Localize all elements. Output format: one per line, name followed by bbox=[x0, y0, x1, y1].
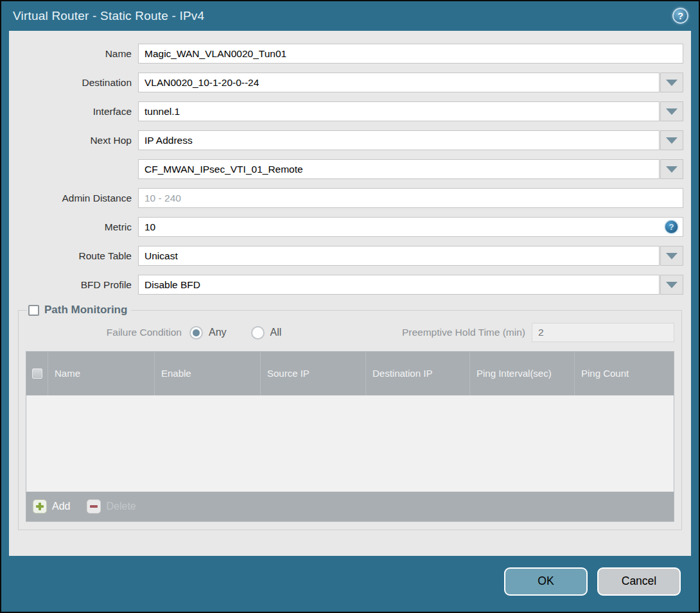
chevron-down-icon bbox=[666, 108, 678, 115]
route-table-dropdown-button[interactable] bbox=[660, 246, 683, 266]
column-header-name[interactable]: Name bbox=[48, 352, 155, 395]
table-body-empty bbox=[26, 395, 674, 492]
column-header-destination-ip[interactable]: Destination IP bbox=[366, 352, 470, 395]
path-monitoring-title: Path Monitoring bbox=[44, 304, 127, 316]
admin-distance-row: Admin Distance bbox=[9, 188, 683, 208]
delete-button-label: Delete bbox=[106, 501, 136, 512]
add-button[interactable]: Add bbox=[33, 499, 70, 514]
dialog-titlebar: Virtual Router - Static Route - IPv4 ? bbox=[1, 1, 699, 31]
bfd-profile-label: BFD Profile bbox=[9, 279, 138, 291]
failure-condition-any-radio[interactable]: Any bbox=[189, 326, 227, 340]
next-hop-address-input[interactable] bbox=[138, 159, 660, 179]
radio-all-label: All bbox=[270, 327, 282, 338]
route-table-input[interactable] bbox=[138, 246, 660, 266]
path-monitoring-group: Path Monitoring Failure Condition Any Al… bbox=[18, 304, 682, 530]
next-hop-row: Next Hop bbox=[9, 130, 683, 150]
table-header-row: Name Enable Source IP Destination IP Pin… bbox=[26, 352, 674, 395]
route-table-label: Route Table bbox=[9, 250, 138, 262]
failure-condition-all-radio[interactable]: All bbox=[251, 326, 282, 340]
dialog-content: Name Destination Interface Next Hop bbox=[9, 31, 691, 556]
failure-condition-label: Failure Condition bbox=[26, 327, 189, 338]
add-button-label: Add bbox=[52, 501, 70, 512]
admin-distance-label: Admin Distance bbox=[9, 193, 138, 204]
column-header-enable[interactable]: Enable bbox=[155, 352, 261, 395]
name-row: Name bbox=[9, 44, 683, 64]
select-all-checkbox[interactable] bbox=[32, 368, 42, 379]
radio-icon bbox=[189, 326, 203, 340]
chevron-down-icon bbox=[666, 137, 678, 144]
preemptive-hold-time-label: Preemptive Hold Time (min) bbox=[402, 327, 532, 338]
bfd-profile-row: BFD Profile bbox=[9, 275, 683, 295]
plus-icon bbox=[33, 499, 47, 514]
next-hop-type-input[interactable] bbox=[138, 130, 660, 150]
failure-condition-row: Failure Condition Any All Preemptive Hol… bbox=[26, 323, 674, 342]
column-header-source-ip[interactable]: Source IP bbox=[261, 352, 366, 395]
select-all-cell bbox=[26, 352, 48, 395]
metric-input[interactable] bbox=[138, 217, 683, 237]
interface-row: Interface bbox=[9, 101, 683, 121]
radio-any-label: Any bbox=[209, 327, 227, 338]
next-hop-dropdown-button[interactable] bbox=[660, 130, 683, 150]
ok-button[interactable]: OK bbox=[504, 567, 588, 596]
chevron-down-icon bbox=[666, 253, 678, 259]
name-label: Name bbox=[9, 48, 138, 60]
column-header-ping-count[interactable]: Ping Count bbox=[575, 352, 674, 395]
interface-input[interactable] bbox=[138, 101, 660, 121]
name-input[interactable] bbox=[138, 44, 683, 64]
path-monitoring-legend: Path Monitoring bbox=[27, 304, 131, 316]
route-table-row: Route Table bbox=[9, 246, 683, 266]
destination-dropdown-button[interactable] bbox=[660, 73, 683, 92]
next-hop-address-row bbox=[9, 159, 683, 179]
delete-button[interactable]: Delete bbox=[87, 499, 136, 514]
dialog-footer: OK Cancel bbox=[1, 556, 699, 612]
static-route-dialog: Virtual Router - Static Route - IPv4 ? N… bbox=[0, 0, 700, 613]
table-toolbar: Add Delete bbox=[26, 492, 674, 521]
chevron-down-icon bbox=[666, 80, 678, 86]
metric-row: Metric ? bbox=[9, 217, 683, 237]
radio-icon bbox=[251, 326, 265, 340]
destination-row: Destination bbox=[9, 73, 683, 92]
column-header-ping-interval[interactable]: Ping Interval(sec) bbox=[470, 352, 575, 395]
next-hop-label: Next Hop bbox=[9, 135, 138, 146]
metric-help-icon[interactable]: ? bbox=[665, 220, 678, 234]
chevron-down-icon bbox=[666, 166, 678, 173]
interface-label: Interface bbox=[9, 106, 138, 117]
cancel-button[interactable]: Cancel bbox=[597, 567, 681, 596]
admin-distance-input[interactable] bbox=[138, 188, 683, 208]
metric-label: Metric bbox=[9, 221, 138, 233]
destination-input[interactable] bbox=[138, 73, 660, 92]
destination-label: Destination bbox=[9, 77, 138, 89]
chevron-down-icon bbox=[666, 282, 678, 288]
path-monitoring-checkbox[interactable] bbox=[28, 305, 39, 316]
bfd-profile-dropdown-button[interactable] bbox=[660, 275, 683, 295]
next-hop-address-dropdown-button[interactable] bbox=[660, 159, 683, 179]
preemptive-hold-time-input bbox=[532, 323, 674, 342]
dialog-title: Virtual Router - Static Route - IPv4 bbox=[13, 9, 204, 23]
path-monitoring-table: Name Enable Source IP Destination IP Pin… bbox=[26, 351, 674, 522]
bfd-profile-input[interactable] bbox=[138, 275, 660, 295]
help-icon[interactable]: ? bbox=[672, 8, 688, 24]
minus-icon bbox=[87, 499, 101, 514]
interface-dropdown-button[interactable] bbox=[660, 101, 683, 121]
